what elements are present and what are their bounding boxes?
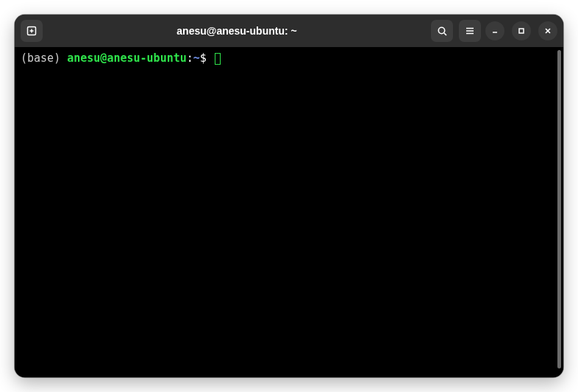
close-icon xyxy=(543,26,552,35)
prompt-colon: : xyxy=(187,51,193,65)
prompt-dollar: $ xyxy=(200,51,207,65)
scrollbar[interactable] xyxy=(557,50,561,368)
prompt-userhost: anesu@anesu-ubuntu xyxy=(67,51,187,65)
titlebar: anesu@anesu-ubuntu: ~ xyxy=(15,15,563,47)
maximize-button[interactable] xyxy=(512,21,531,40)
titlebar-actions xyxy=(431,20,481,42)
svg-point-3 xyxy=(438,27,444,33)
new-tab-icon xyxy=(26,25,38,37)
maximize-icon xyxy=(517,26,526,35)
window-title: anesu@anesu-ubuntu: ~ xyxy=(47,25,427,37)
search-icon xyxy=(437,26,448,37)
svg-rect-9 xyxy=(519,29,524,33)
new-tab-button[interactable] xyxy=(21,20,43,42)
hamburger-icon xyxy=(465,26,475,36)
minimize-button[interactable] xyxy=(485,21,504,40)
terminal-window: anesu@anesu-ubuntu: ~ xyxy=(15,15,563,377)
minimize-icon xyxy=(490,26,499,35)
window-controls xyxy=(485,21,557,40)
svg-line-4 xyxy=(444,33,446,35)
prompt-env: (base) xyxy=(21,51,67,65)
prompt-line: (base) anesu@anesu-ubuntu:~$ xyxy=(21,51,557,66)
terminal-body[interactable]: (base) anesu@anesu-ubuntu:~$ xyxy=(15,47,563,377)
cursor xyxy=(215,53,221,65)
prompt-path: ~ xyxy=(193,51,200,65)
search-button[interactable] xyxy=(431,20,453,42)
close-button[interactable] xyxy=(538,21,557,40)
menu-button[interactable] xyxy=(459,20,481,42)
